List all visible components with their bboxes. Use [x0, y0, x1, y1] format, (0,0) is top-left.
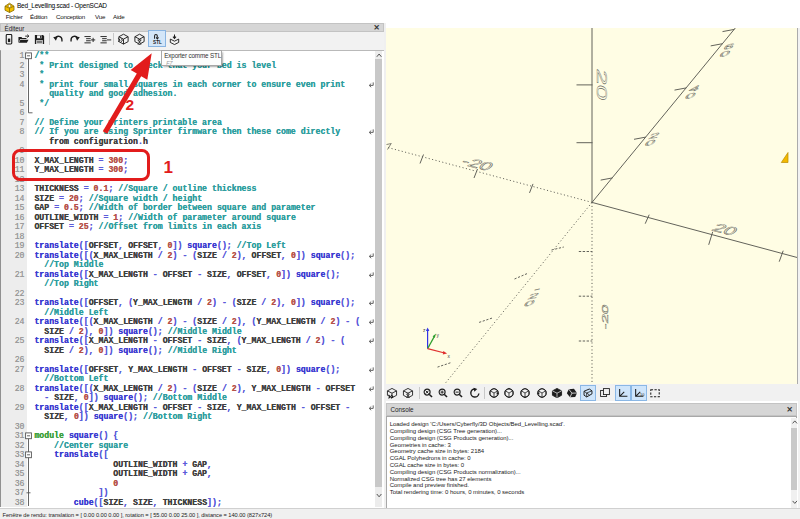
svg-text:y: y — [436, 333, 439, 338]
svg-text:20: 20 — [594, 67, 610, 102]
svg-text:-20: -20 — [600, 303, 609, 330]
svg-text:0: 0 — [521, 298, 536, 308]
svg-text:z: z — [423, 328, 426, 333]
svg-text:x: x — [447, 354, 450, 359]
svg-text:0: 0 — [642, 138, 657, 148]
svg-text:-20: -20 — [457, 155, 496, 174]
svg-text:0: 0 — [717, 48, 732, 58]
svg-text:10: 10 — [640, 392, 644, 397]
svg-text:0: 0 — [682, 90, 697, 100]
